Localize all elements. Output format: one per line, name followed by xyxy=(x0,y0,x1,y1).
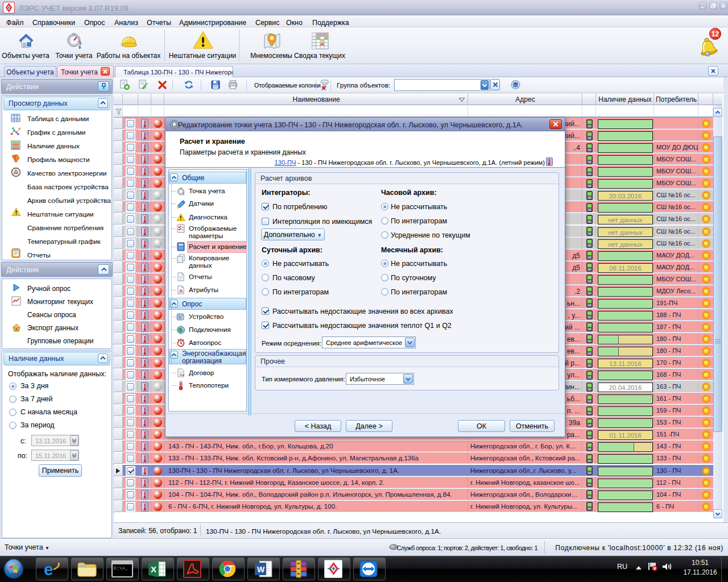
svg-text:X: X xyxy=(151,564,156,574)
svg-text:A: A xyxy=(179,288,183,294)
svg-text:e: e xyxy=(44,560,53,579)
svg-text:W: W xyxy=(257,565,265,574)
